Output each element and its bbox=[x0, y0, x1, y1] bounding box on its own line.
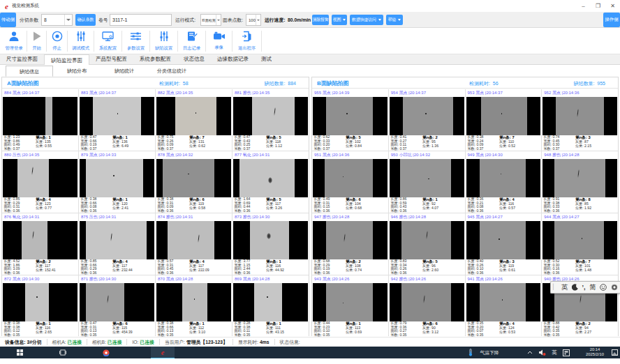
tab-边缘数据记录[interactable]: 边缘数据记录 bbox=[211, 54, 255, 64]
tab-系统参数配置[interactable]: 系统参数配置 bbox=[133, 54, 177, 64]
defect-cell-881[interactable]: 881 擦伤 |20:14:35长度: 0.47宽度: 0.43面积: 0.25… bbox=[232, 89, 309, 151]
defect-cell-948[interactable]: 948 擦伤 |20:14:28长度: 0.91宽度: 0.38面积: 0.33… bbox=[542, 151, 618, 213]
view-menu-button[interactable]: 视图 bbox=[332, 15, 347, 25]
params-sliders-icon bbox=[130, 31, 142, 45]
tab-状态信息[interactable]: 状态信息 bbox=[177, 54, 211, 64]
defect-cell-942[interactable]: 942 擦伤 |20:14:26长度: 0.79宽度: 0.36面积: 0.27… bbox=[389, 275, 465, 337]
tab-产品型号配置[interactable]: 产品型号配置 bbox=[89, 54, 133, 64]
defect-cell-955[interactable]: 955 黑点 |20:14:39长度: 0.62宽度: 0.33面积: 0.20… bbox=[312, 89, 388, 151]
tool-stop[interactable]: 停止 bbox=[47, 28, 67, 54]
defect-cell-877[interactable]: 877 氧化 |20:14:31长度: 1.64宽度: 0.69面积: 0.44… bbox=[232, 151, 309, 213]
defect-cell-884[interactable]: 884 黑点 |20:14:37长度: 1.23宽度: 0.86面积: 0.49… bbox=[2, 89, 78, 151]
ime-settings-icon[interactable] bbox=[611, 284, 618, 291]
minimize-button[interactable]: – bbox=[576, 0, 591, 12]
drive-side-button[interactable]: 传动侧 bbox=[0, 13, 16, 27]
defect-cell-873[interactable]: 873 擦伤 |20:14:30长度: 3.77宽度: 1.15面积: 2.44… bbox=[232, 213, 309, 275]
defect-cell-874[interactable]: 874 擦伤 |20:14:31长度: 0.57宽度: 0.31面积: 0.45… bbox=[156, 213, 232, 275]
tool-debug-sliders[interactable]: 调试模式 bbox=[68, 28, 94, 54]
defect-cell-869[interactable]: 869 黑点 |20:14:28长度: 0.28宽度: 0.38面积: 0.11… bbox=[232, 275, 309, 337]
defect-cell-952[interactable]: 952 黑点 |20:14:36长度: 0.74宽度: 0.45面积: 0.30… bbox=[542, 89, 618, 151]
maximize-button[interactable]: ❐ bbox=[591, 0, 605, 12]
defect-stats: 长度: 0.38宽度: 0.24面积: 0.09米数: 0.37第n条: 7灰度… bbox=[466, 135, 542, 148]
tab-缺陷监控界面[interactable]: 缺陷监控界面 bbox=[44, 54, 89, 65]
defect-cell-872[interactable]: 872 黑点 |20:14:30长度: 0.38宽度: 0.38面积: 0.12… bbox=[2, 275, 78, 337]
tab-尺寸监控界面[interactable]: 尺寸监控界面 bbox=[0, 54, 44, 64]
defect-cell-945[interactable]: 945 黑点 |20:14:27长度: 0.40宽度: 0.26面积: 0.10… bbox=[466, 213, 542, 275]
strip-count-select[interactable]: 8 bbox=[41, 14, 73, 26]
task-view-button[interactable] bbox=[56, 347, 70, 358]
tool-exit[interactable]: 退出程序 bbox=[232, 28, 261, 54]
speed-value: 80.0m/min bbox=[288, 12, 311, 28]
defect-cell-883[interactable]: 883 黑点 |20:14:37长度: 0.47宽度: 0.66面积: 0.19… bbox=[79, 89, 155, 151]
tool-camera[interactable]: 录像 bbox=[206, 28, 232, 54]
ime-simplified-button[interactable]: 简 bbox=[589, 281, 596, 294]
main-tabs: 尺寸监控界面缺陷监控界面产品型号配置系统参数配置状态信息边缘数据记录测试 bbox=[0, 54, 620, 65]
defect-cell-951[interactable]: 951 黑点 |20:14:36长度: 0.49宽度: 0.31面积: 0.15… bbox=[312, 151, 388, 213]
ime-halfmoon-icon[interactable] bbox=[572, 284, 578, 291]
tool-play[interactable]: 开始 bbox=[27, 28, 46, 54]
defect-cell-941[interactable]: 941 黑点 |20:14:26长度: 0.35宽度: 0.20面积: 0.07… bbox=[466, 275, 542, 337]
ime-mode-icon[interactable] bbox=[561, 347, 571, 358]
defect-cell-876[interactable]: 876 氧化 |20:14:31长度: 4.52宽度: 1.86面积: 3.09… bbox=[2, 213, 78, 275]
data-quick-access-button[interactable]: 数据快捷访问 bbox=[350, 15, 383, 25]
defect-cell-882[interactable]: 882 黑点 |20:14:35长度: 0.75宽度: 0.26面积: 0.09… bbox=[156, 89, 232, 151]
start-button[interactable] bbox=[13, 347, 27, 358]
roll-number-input[interactable]: 3117-1 bbox=[110, 14, 172, 26]
defect-stats: 长度: 0.74宽度: 0.45面积: 0.30米数: 0.37第n条: 3灰度… bbox=[542, 135, 618, 148]
close-button[interactable]: ✕ bbox=[605, 0, 620, 12]
ime-drag-handle[interactable]: ▏ bbox=[553, 281, 557, 294]
chevron-down-icon bbox=[343, 19, 346, 21]
defect-cell-871[interactable]: 871 擦伤 |20:14:30长度: 0.47宽度: 0.31面积: 0.13… bbox=[79, 275, 155, 337]
subtab-分类信息统计[interactable]: 分类信息统计 bbox=[148, 66, 195, 77]
taskbar-clock[interactable]: 20:14 2025/2/10 bbox=[580, 347, 610, 357]
subtab-缺陷统计[interactable]: 缺陷统计 bbox=[101, 66, 148, 77]
defect-image bbox=[3, 159, 78, 197]
defect-stats: 长度: 0.38宽度: 0.66面积: 0.08米数: 0.36第n条: 1灰度… bbox=[79, 197, 155, 210]
thermometer-icon[interactable] bbox=[466, 347, 475, 358]
defect-cell-879[interactable]: 879 黑点 |20:14:33长度: 0.38宽度: 0.66面积: 0.08… bbox=[79, 151, 155, 213]
subtab-缺陷信息[interactable]: 缺陷信息 bbox=[6, 66, 53, 77]
app-taskbar-icon[interactable]: e bbox=[151, 347, 175, 358]
defect-cell-880[interactable]: 880 压伤 |20:14:35长度: 0.85宽度: 0.29面积: 0.31… bbox=[2, 151, 78, 213]
defect-cell-949[interactable]: 949 黑点 |20:14:30长度: 0.36宽度: 0.21面积: 0.08… bbox=[466, 151, 542, 213]
defect-cell-944[interactable]: 944 黑点 |20:14:27长度: 0.52宽度: 0.30面积: 0.16… bbox=[542, 213, 618, 275]
chart-points-label: 图表点数: bbox=[223, 12, 243, 28]
defect-image bbox=[80, 159, 154, 197]
defect-cell-953[interactable]: 953 黑点 |20:14:37长度: 0.38宽度: 0.24面积: 0.09… bbox=[466, 89, 542, 151]
exit-icon bbox=[242, 31, 253, 45]
defect-stats: 长度: 0.49宽度: 0.31面积: 0.15米数: 0.36第n条: 6灰度… bbox=[312, 197, 388, 210]
ime-emoji-button[interactable] bbox=[600, 284, 607, 291]
defect-cell-946[interactable]: 946 擦伤 |20:14:28长度: 0.83宽度: 0.34面积: 0.26… bbox=[389, 213, 465, 275]
defect-cell-954[interactable]: 954 黑点 |20:14:37长度: 0.41宽度: 0.27面积: 0.11… bbox=[389, 89, 465, 151]
tool-defect-sliders[interactable]: 缺陷设置 bbox=[150, 28, 177, 54]
operate-side-button[interactable]: 操作侧 bbox=[603, 13, 620, 27]
defect-cell-943[interactable]: 943 黑点 |20:14:26长度: 0.44宽度: 0.23面积: 0.10… bbox=[312, 275, 388, 337]
confirm-strips-button[interactable]: 确认条数 bbox=[75, 14, 96, 26]
ime-lang-button[interactable]: 英 bbox=[561, 281, 568, 294]
tray-expand-icon[interactable] bbox=[525, 347, 535, 358]
notification-icon[interactable] bbox=[610, 347, 619, 358]
defect-cell-870[interactable]: 870 黑点 |20:14:28长度: 0.38宽度: 0.66面积: 0.13… bbox=[156, 275, 232, 337]
help-menu-button[interactable]: 帮助 bbox=[386, 15, 403, 25]
tool-params-sliders[interactable]: 参数设置 bbox=[122, 28, 149, 54]
volume-icon[interactable] bbox=[538, 347, 547, 358]
tool-log[interactable]: 日志记录 bbox=[178, 28, 205, 54]
defect-cell-878[interactable]: 878 黑点 |20:14:32长度: 0.38宽度: 0.31面积: 0.09… bbox=[156, 151, 232, 213]
ime-lang-indicator[interactable]: 英 bbox=[550, 347, 559, 358]
ime-float-bar[interactable]: ▏ 英 ’, 简 bbox=[550, 281, 620, 294]
chart-points-select[interactable]: 100 bbox=[246, 14, 261, 26]
defect-cell-header: 883 黑点 |20:14:37 bbox=[79, 89, 155, 97]
run-mode-select[interactable]: 双面检测 bbox=[200, 14, 221, 26]
defect-stats: 长度: 0.28宽度: 0.38面积: 0.11米数: 0.35第n条: 1灰度… bbox=[232, 321, 309, 334]
tool-user[interactable]: 管理登录 bbox=[1, 28, 27, 54]
tab-测试[interactable]: 测试 bbox=[255, 54, 278, 64]
subtab-缺陷分布[interactable]: 缺陷分布 bbox=[53, 66, 101, 77]
tool-monitor[interactable]: 系统配置 bbox=[94, 28, 121, 54]
weather-text[interactable]: 气温下降 bbox=[478, 347, 501, 358]
ime-punct-button[interactable]: ’, bbox=[582, 281, 586, 294]
defect-cell-875[interactable]: 875 压伤 |20:14:31长度: 0.85宽度: 0.66面积: 0.29… bbox=[79, 213, 155, 275]
browser-icon[interactable] bbox=[99, 347, 113, 358]
clear-alarm-button[interactable]: 清除报警 bbox=[312, 15, 329, 25]
defect-cell-947[interactable]: 947 擦伤 |20:14:28长度: 0.68宽度: 0.29面积: 0.19… bbox=[312, 213, 388, 275]
defect-cell-950[interactable]: 950 小凹坑 |20:14:32长度: 0.86宽度: 0.59面积: 0.4… bbox=[389, 151, 465, 213]
